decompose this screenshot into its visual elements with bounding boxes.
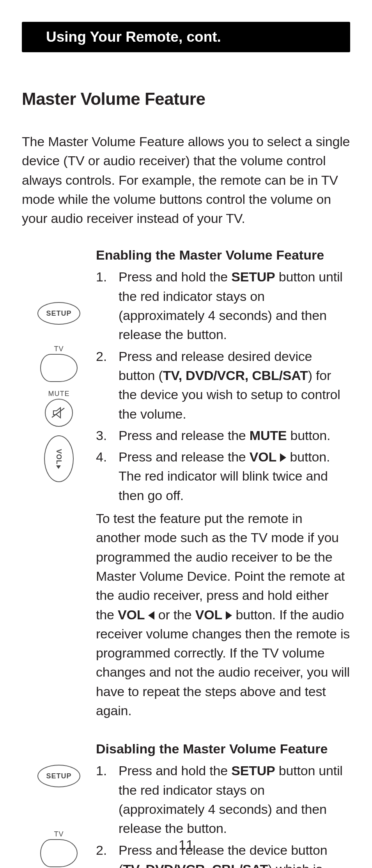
setup-button-label: SETUP xyxy=(46,309,71,318)
list-item: Press and hold the SETUP button until th… xyxy=(96,267,350,344)
step-text: Press and hold the xyxy=(119,269,231,284)
list-item: Press and release desired device button … xyxy=(96,347,350,424)
vol-button-icon: VOL xyxy=(44,435,74,482)
page-header-title: Using Your Remote, cont. xyxy=(46,29,221,45)
setup-button-icon: SETUP xyxy=(37,302,80,325)
step-bold: SETUP xyxy=(231,763,275,778)
intro-paragraph: The Master Volume Feature allows you to … xyxy=(22,132,350,228)
step-text: Press and release the xyxy=(119,428,250,443)
vol-right-arrow-icon xyxy=(280,453,286,462)
paragraph-bold: VOL xyxy=(118,607,145,622)
list-item: Press and release the MUTE button. xyxy=(96,426,350,445)
step-text: Press and hold the xyxy=(119,763,231,778)
tv-button-icon: TV xyxy=(40,345,78,382)
mute-button-icon: MUTE xyxy=(45,390,73,427)
section-title: Master Volume Feature xyxy=(22,89,350,109)
step-bold: VOL xyxy=(250,449,276,464)
disabling-heading: Disabling the Master Volume Feature xyxy=(96,741,350,757)
vol-left-arrow-icon xyxy=(148,611,154,620)
enabling-steps-list: Press and hold the SETUP button until th… xyxy=(96,267,350,505)
icon-column-enabling: SETUP TV MUTE VOL xyxy=(22,247,96,720)
page-header: Using Your Remote, cont. xyxy=(22,22,350,52)
mute-button-label: MUTE xyxy=(48,390,70,398)
list-item: Press and release the VOL button. The re… xyxy=(96,447,350,505)
paragraph-text: or the xyxy=(154,607,195,622)
paragraph-text: To test the feature put the remote in an… xyxy=(96,511,345,622)
step-text: button. xyxy=(287,428,330,443)
paragraph-bold: VOL xyxy=(195,607,222,622)
step-bold: TV, DVD/VCR, CBL/SAT xyxy=(123,862,268,868)
mute-speaker-icon xyxy=(51,405,67,421)
step-bold: SETUP xyxy=(231,269,275,284)
page-number: 11 xyxy=(0,837,372,852)
step-bold: MUTE xyxy=(250,428,287,443)
vol-right-arrow-icon xyxy=(226,611,232,620)
paragraph-text: button. If the audio receiver volume cha… xyxy=(96,607,350,718)
enabling-test-paragraph: To test the feature put the remote in an… xyxy=(96,509,350,720)
step-text: Press and release the xyxy=(119,449,250,464)
step-bold: TV, DVD/VCR, CBL/SAT xyxy=(163,368,308,383)
vol-button-label: VOL xyxy=(55,449,63,465)
setup-button-label: SETUP xyxy=(46,772,71,780)
setup-button-icon: SETUP xyxy=(37,765,80,787)
tv-button-label: TV xyxy=(54,345,64,353)
vol-up-arrow-icon xyxy=(57,465,61,469)
enabling-heading: Enabling the Master Volume Feature xyxy=(96,247,350,263)
list-item: Press and hold the SETUP button until th… xyxy=(96,761,350,838)
